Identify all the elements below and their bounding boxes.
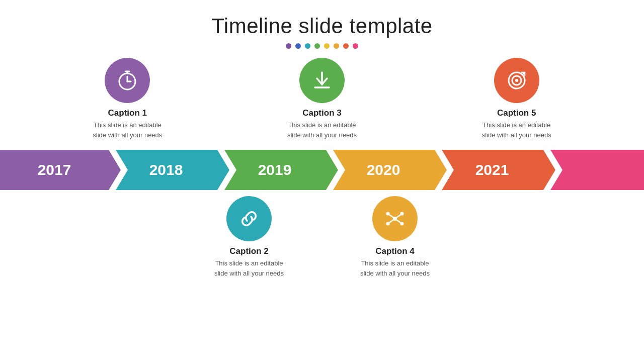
caption-2-text: This slide is an editableslide with all … (214, 258, 284, 278)
dot-7 (343, 43, 349, 49)
dot-4 (314, 43, 320, 49)
download-icon (310, 68, 334, 93)
year-2018: 2018 (149, 161, 183, 178)
caption-3-title: Caption 3 (302, 108, 341, 118)
caption-5-title: Caption 5 (497, 108, 536, 118)
bottom-spacer-1 (53, 196, 153, 278)
year-2021: 2021 (475, 161, 509, 178)
caption-4-item: Caption 4 This slide is an editableslide… (345, 196, 445, 278)
svg-line-30 (395, 219, 402, 224)
caption-2-icon-circle (226, 196, 272, 241)
caption-3-text: This slide is an editableslide with all … (287, 120, 357, 140)
caption-4-icon-circle (372, 196, 418, 241)
svg-line-29 (388, 219, 395, 224)
timeline-section: 2017 2018 2019 2020 2021 (0, 150, 644, 190)
dot-3 (305, 43, 310, 49)
bottom-spacer-2 (491, 196, 591, 278)
caption-5-icon-circle (494, 58, 539, 103)
target-icon (505, 68, 529, 93)
dot-1 (286, 43, 291, 49)
link-icon (237, 207, 261, 231)
caption-2-item: Caption 2 This slide is an editableslide… (199, 196, 299, 278)
clock-icon (115, 68, 139, 93)
year-2017: 2017 (38, 161, 71, 178)
network-icon (383, 207, 407, 231)
svg-line-27 (388, 214, 395, 219)
caption-2-title: Caption 2 (229, 246, 268, 256)
svg-line-28 (395, 214, 402, 219)
dot-6 (334, 43, 339, 49)
svg-point-9 (515, 79, 518, 82)
timeline-svg: 2017 2018 2019 2020 2021 (0, 150, 644, 190)
caption-1-item: Caption 1 This slide is an editableslide… (77, 58, 178, 140)
caption-5-item: Caption 5 This slide is an editableslide… (466, 58, 567, 140)
dots-row (0, 43, 644, 49)
caption-3-icon-circle (299, 58, 345, 103)
top-captions: Caption 1 This slide is an editableslide… (0, 58, 644, 140)
caption-4-title: Caption 4 (375, 246, 414, 256)
dot-5 (324, 43, 330, 49)
caption-4-text: This slide is an editableslide with all … (360, 258, 430, 278)
year-2019: 2019 (258, 161, 292, 178)
caption-3-item: Caption 3 This slide is an editableslide… (272, 58, 372, 140)
dot-8 (353, 43, 358, 49)
dot-2 (295, 43, 301, 49)
page-title: Timeline slide template (0, 0, 644, 38)
caption-1-icon-circle (105, 58, 150, 103)
year-2020: 2020 (367, 161, 400, 178)
caption-1-title: Caption 1 (108, 108, 147, 118)
caption-1-text: This slide is an editableslide with all … (93, 120, 162, 140)
caption-5-text: This slide is an editableslide with all … (482, 120, 551, 140)
bottom-captions: Caption 2 This slide is an editableslide… (0, 196, 644, 278)
